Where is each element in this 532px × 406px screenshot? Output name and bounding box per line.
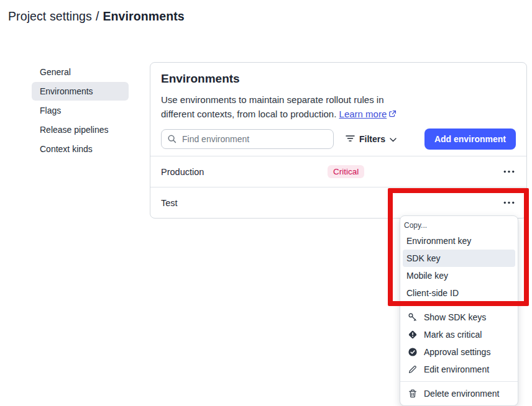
menu-item-label: Approval settings: [424, 347, 490, 357]
trash-icon: [408, 389, 418, 399]
pencil-icon: [408, 364, 418, 374]
menu-item-label: Show SDK keys: [424, 312, 486, 322]
menu-item-label: Delete environment: [424, 389, 499, 399]
sidebar-item-flags[interactable]: Flags: [32, 101, 129, 120]
learn-more-link[interactable]: Learn more: [339, 109, 387, 119]
filter-icon: [346, 134, 355, 144]
menu-item-environment-key[interactable]: Environment key: [403, 232, 515, 250]
sidebar-item-environments[interactable]: Environments: [32, 82, 129, 101]
breadcrumb: Project settings/Environments: [8, 9, 185, 24]
copy-section: Copy... Environment key SDK key Mobile k…: [400, 216, 518, 305]
breadcrumb-project-settings[interactable]: Project settings: [8, 9, 92, 23]
breadcrumb-separator: /: [96, 9, 99, 23]
menu-item-mark-as-critical[interactable]: Mark as critical: [403, 326, 515, 343]
copy-group-label: Copy...: [403, 219, 515, 232]
add-environment-button[interactable]: Add environment: [424, 129, 516, 150]
environment-row-test: Test: [150, 187, 526, 218]
actions-section: Show SDK keys Mark as critical Approval …: [400, 305, 518, 381]
diamond-exclamation-icon: [408, 330, 418, 340]
environment-name: Production: [161, 167, 328, 177]
menu-item-label: Edit environment: [424, 364, 489, 374]
menu-item-delete-environment[interactable]: Delete environment: [403, 385, 515, 402]
seal-check-icon: [408, 347, 418, 357]
page-title: Environments: [103, 9, 184, 23]
menu-item-mobile-key[interactable]: Mobile key: [403, 267, 515, 284]
sidebar-item-release-pipelines[interactable]: Release pipelines: [32, 120, 129, 139]
environment-context-menu: Copy... Environment key SDK key Mobile k…: [400, 215, 518, 406]
menu-item-client-side-id[interactable]: Client-side ID: [403, 284, 515, 302]
filters-button[interactable]: Filters: [346, 134, 397, 144]
overflow-menu-button-test[interactable]: [502, 199, 516, 207]
key-icon: [408, 312, 418, 322]
toolbar: Filters Add environment: [161, 129, 516, 150]
menu-item-approval-settings[interactable]: Approval settings: [403, 343, 515, 361]
sidebar-item-general[interactable]: General: [32, 63, 129, 81]
external-link-icon: [388, 107, 397, 122]
filters-label: Filters: [359, 134, 385, 144]
menu-item-label: Mark as critical: [424, 330, 482, 340]
environment-name: Test: [161, 198, 328, 208]
chevron-down-icon: [390, 134, 397, 144]
settings-sidebar: General Environments Flags Release pipel…: [32, 63, 129, 159]
panel-description: Use environments to maintain separate ro…: [161, 92, 417, 122]
environment-row-production: Production Critical: [150, 156, 526, 187]
menu-item-edit-environment[interactable]: Edit environment: [403, 361, 515, 378]
overflow-menu-button-production[interactable]: [502, 168, 516, 176]
menu-item-sdk-key[interactable]: SDK key: [403, 250, 515, 267]
sidebar-item-context-kinds[interactable]: Context kinds: [32, 140, 129, 158]
destructive-section: Delete environment: [400, 381, 518, 405]
panel-title: Environments: [161, 72, 516, 86]
critical-badge: Critical: [328, 165, 364, 178]
menu-item-show-sdk-keys[interactable]: Show SDK keys: [403, 309, 515, 326]
environments-panel: Environments Use environments to maintai…: [150, 62, 527, 219]
search-input[interactable]: [161, 129, 334, 149]
search-icon: [167, 134, 177, 147]
